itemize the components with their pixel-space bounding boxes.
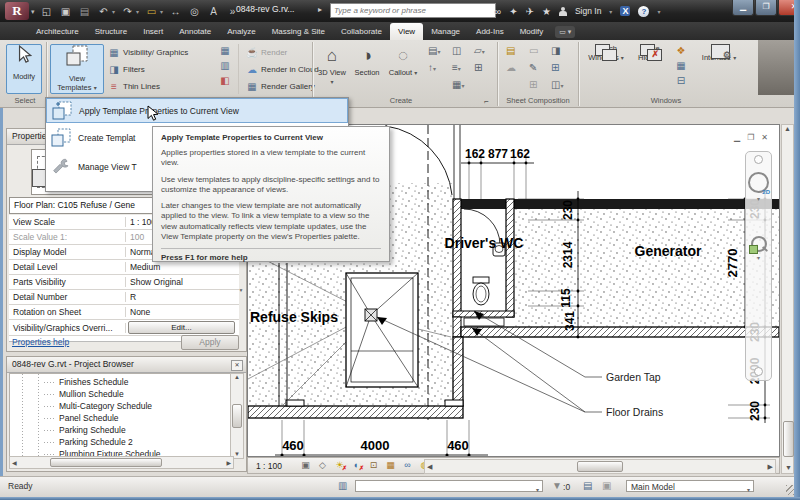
matchline-icon[interactable]: ✎ <box>529 62 537 73</box>
tree-item[interactable]: Panel Schedule <box>44 412 119 424</box>
measure-icon[interactable]: ▭ <box>145 6 158 17</box>
redo-icon[interactable]: ↷ <box>121 6 134 17</box>
tree-item[interactable]: Parking Schedule 2 <box>44 436 133 448</box>
communication-center-icon[interactable]: ✈ <box>526 6 534 17</box>
edit-button[interactable]: Edit... <box>128 321 235 334</box>
worksets-icon[interactable]: ▥ <box>338 480 347 491</box>
view-scale-button[interactable]: 1 : 100 <box>256 461 282 471</box>
project-browser-header[interactable]: 0848-rev G.rvt - Project Browser <box>7 357 246 373</box>
revisions-icon[interactable]: ☁ <box>506 62 516 73</box>
tile-icon[interactable]: ▦ <box>674 60 688 71</box>
3d-view-button[interactable]: ⌂ 3D View ▾ <box>316 44 348 94</box>
save-icon[interactable]: ▣ <box>59 6 72 17</box>
tab-insert[interactable]: Insert <box>135 23 171 40</box>
close-hidden-button[interactable]: ✗ Close Hidden <box>630 44 670 94</box>
search-icon[interactable]: ∞ <box>494 6 501 17</box>
ribbon-state-toggle[interactable]: ▭ ▾ <box>555 26 575 38</box>
sheet-image-icon[interactable]: ◫▾ <box>551 79 563 90</box>
remove-hidden-lines-icon[interactable]: ▥ <box>218 60 232 71</box>
temporary-hide-isolate-icon[interactable]: ∞ <box>402 460 413 470</box>
app-menu-caret-icon[interactable]: ▾ <box>31 8 35 16</box>
menu-item-apply-template[interactable]: Apply Template Properties to Current Vie… <box>46 98 348 123</box>
browser-horizontal-scrollbar[interactable]: ◀ ▶ <box>9 456 234 469</box>
steering-wheel-icon[interactable]: 2D <box>748 172 769 193</box>
tab-views-icon[interactable]: ⊟ <box>674 75 688 86</box>
duplicate-view-icon[interactable]: ▱▾ <box>474 45 485 56</box>
sign-in-caret-icon[interactable]: ▾ <box>609 8 612 15</box>
worksets-dropdown[interactable]: ▾ <box>355 480 543 492</box>
guide-grid-icon[interactable]: ⊞ <box>551 62 559 73</box>
zoom-region-icon[interactable] <box>751 236 767 252</box>
view-restore-icon[interactable]: ❐ <box>747 133 754 142</box>
legends-icon[interactable]: ≡▾ <box>452 62 461 73</box>
help-caret-icon[interactable]: ▾ <box>657 8 660 15</box>
design-option-dropdown[interactable]: Main Model ▾ <box>626 480 754 492</box>
tab-view[interactable]: View <box>390 23 423 40</box>
drawing-horizontal-scrollbar[interactable]: ◀ ▶ <box>424 459 776 474</box>
property-row[interactable]: Detail Number R <box>9 290 239 305</box>
redo-caret-icon[interactable]: ▾ <box>136 8 139 15</box>
property-value[interactable]: None <box>126 307 239 317</box>
render-in-cloud-button[interactable]: ☁ Render in Cloud <box>246 61 319 77</box>
render-gallery-button[interactable]: ▦ Render Gallery <box>246 78 315 94</box>
scrollbar-thumb[interactable] <box>50 458 162 467</box>
subscription-icon[interactable]: ✦ <box>509 6 517 17</box>
browser-vertical-scrollbar[interactable]: ▲ ▼ <box>230 373 244 459</box>
exchange-apps-icon[interactable]: X <box>620 6 630 16</box>
print-icon[interactable]: ▤ <box>78 6 91 17</box>
tab-analyze[interactable]: Analyze <box>219 23 263 40</box>
tab-structure[interactable]: Structure <box>87 23 135 40</box>
tab-collaborate[interactable]: Collaborate <box>333 23 390 40</box>
undo-icon[interactable]: ↶ <box>97 6 110 17</box>
dialog-launcher-icon[interactable]: ⌐ <box>484 97 489 106</box>
view-minimize-icon[interactable]: ▁ <box>734 133 740 142</box>
shadows-icon[interactable]: ◐✗ <box>351 460 362 470</box>
switch-windows-button[interactable]: Switch Windows ▾ <box>584 44 628 94</box>
title-block-icon[interactable]: ▭ <box>529 45 538 56</box>
tree-item[interactable]: Multi-Category Schedule <box>44 400 152 412</box>
crop-view-icon[interactable]: ⊡ <box>368 460 379 470</box>
filter-icon[interactable]: ▼ <box>552 480 562 491</box>
navbar-bottom-button[interactable] <box>754 367 763 376</box>
property-row[interactable]: Parts Visibility Show Original <box>9 275 239 290</box>
thin-lines-button[interactable]: ≡ Thin Lines <box>108 78 160 94</box>
scrollbar-thumb[interactable] <box>783 421 794 457</box>
tree-item[interactable]: Finishes Schedule <box>44 376 128 388</box>
sun-path-icon[interactable]: ☀✗ <box>334 460 345 470</box>
open-icon[interactable]: ◱ <box>40 6 53 17</box>
help-icon[interactable]: ? <box>638 6 649 17</box>
property-row[interactable]: Rotation on Sheet None <box>9 305 239 320</box>
apply-button[interactable]: Apply <box>181 335 239 350</box>
tab-annotate[interactable]: Annotate <box>171 23 219 40</box>
text-icon[interactable]: A <box>207 6 220 17</box>
editable-only-icon[interactable]: ▤ <box>583 480 592 491</box>
plan-views-icon[interactable]: ▤▾ <box>428 45 440 56</box>
scrollbar-thumb[interactable] <box>232 404 242 428</box>
aligned-dimension-icon[interactable]: ↔ <box>169 6 182 17</box>
tab-manage[interactable]: Manage <box>423 23 468 40</box>
user-interface-button[interactable]: ⚙ User Interface ▾ <box>694 44 744 94</box>
exclude-options-icon[interactable]: ▣ <box>602 480 611 491</box>
sheet-composition-panel-label[interactable]: Sheet Composition <box>499 96 577 105</box>
windows-panel-label[interactable]: Windows <box>580 96 752 105</box>
search-input[interactable] <box>330 3 496 18</box>
view-close-icon[interactable]: ✕ <box>761 133 768 142</box>
infocenter-toggle-icon[interactable]: ▸ <box>318 5 322 14</box>
zoom-caret-icon[interactable]: ▾ <box>757 254 760 261</box>
measure-caret-icon[interactable]: ▾ <box>160 8 163 15</box>
visual-style-icon[interactable]: ◇ <box>317 460 328 470</box>
tab-architecture[interactable]: Architecture <box>28 23 87 40</box>
project-browser-close-icon[interactable]: ✕ <box>231 360 243 371</box>
view-reference-icon[interactable]: ◨ <box>551 45 560 56</box>
cut-profile-icon[interactable]: ◧ <box>218 75 232 86</box>
elevation-icon[interactable]: ↑▾ <box>428 62 436 73</box>
detail-level-icon[interactable]: ▣ <box>300 460 311 470</box>
sign-in-button[interactable]: Sign In <box>575 6 601 16</box>
navbar-top-button[interactable] <box>754 155 763 164</box>
app-menu-button[interactable]: R <box>5 2 29 20</box>
tab-massing-site[interactable]: Massing & Site <box>264 23 333 40</box>
property-value[interactable]: R <box>126 292 239 302</box>
tab-modify[interactable]: Modify <box>512 23 552 40</box>
restore-button[interactable]: ❐ <box>755 0 777 16</box>
property-value[interactable]: Medium <box>126 262 239 272</box>
